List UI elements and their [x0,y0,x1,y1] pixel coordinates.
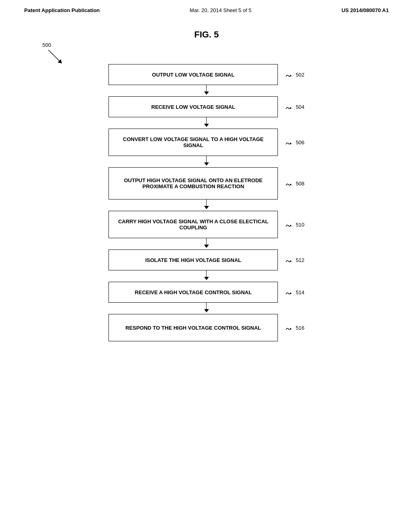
page-header: Patent Application Publication Mar. 20, … [0,0,413,17]
ref-500-label: 500 [42,42,51,48]
header-right: US 2014/080070 A1 [342,7,389,13]
flow-row-508: OUTPUT HIGH VOLTAGE SIGNAL ONTO AN ELETR… [108,167,305,200]
squiggle-icon [285,256,294,264]
squiggle-icon [285,221,294,228]
flow-row-512: ISOLATE THE HIGH VOLTAGE SIGNAL 512 [108,249,305,270]
header-center: Mar. 20, 2014 Sheet 5 of 5 [190,7,251,13]
arrow-502-to-504 [122,85,291,96]
ref-number-514: 514 [285,289,305,296]
arrow-514-to-516 [122,303,291,314]
squiggle-icon [285,71,294,78]
step-box-514: RECEIVE A HIGH VOLTAGE CONTROL SIGNAL [108,282,278,303]
squiggle-icon [285,103,294,110]
ref-number-506: 506 [285,139,305,146]
ref-number-510: 510 [285,221,305,228]
step-box-508: OUTPUT HIGH VOLTAGE SIGNAL ONTO AN ELETR… [108,167,278,200]
step-box-506: CONVERT LOW VOLTAGE SIGNAL TO A HIGH VOL… [108,129,278,156]
arrow-510-to-512 [122,238,291,249]
arrow-508-to-510 [122,200,291,211]
figure-title: FIG. 5 [0,29,413,40]
step-box-512: ISOLATE THE HIGH VOLTAGE SIGNAL [108,249,278,270]
step-box-504: RECEIVE LOW VOLTAGE SIGNAL [108,96,278,117]
flow-row-506: CONVERT LOW VOLTAGE SIGNAL TO A HIGH VOL… [108,129,305,156]
flow-row-516: RESPOND TO THE HIGH VOLTAGE CONTROL SIGN… [108,314,305,341]
ref-number-516: 516 [285,324,305,331]
flow-row-514: RECEIVE A HIGH VOLTAGE CONTROL SIGNAL 51… [108,282,305,303]
arrow-512-to-514 [122,270,291,282]
flow-row-502: OUTPUT LOW VOLTAGE SIGNAL 502 [108,64,305,85]
arrow-504-to-506 [122,117,291,129]
arrow-506-to-508 [122,156,291,167]
step-box-516: RESPOND TO THE HIGH VOLTAGE CONTROL SIGN… [108,314,278,341]
step-box-510: CARRY HIGH VOLTAGE SIGNAL WITH A CLOSE E… [108,211,278,238]
step-box-502: OUTPUT LOW VOLTAGE SIGNAL [108,64,278,85]
flow-row-504: RECEIVE LOW VOLTAGE SIGNAL 504 [108,96,305,117]
squiggle-icon [285,324,294,331]
flow-row-510: CARRY HIGH VOLTAGE SIGNAL WITH A CLOSE E… [108,211,305,238]
ref-number-502: 502 [285,71,305,78]
ref-number-512: 512 [285,256,305,264]
ref-number-504: 504 [285,103,305,110]
squiggle-icon [285,289,294,296]
diagonal-arrow-icon [46,48,65,66]
flow-diagram: OUTPUT LOW VOLTAGE SIGNAL 502RECEIVE LOW… [108,64,305,341]
squiggle-icon [285,180,294,187]
header-left: Patent Application Publication [24,7,100,13]
squiggle-icon [285,139,294,146]
ref-number-508: 508 [285,180,305,187]
